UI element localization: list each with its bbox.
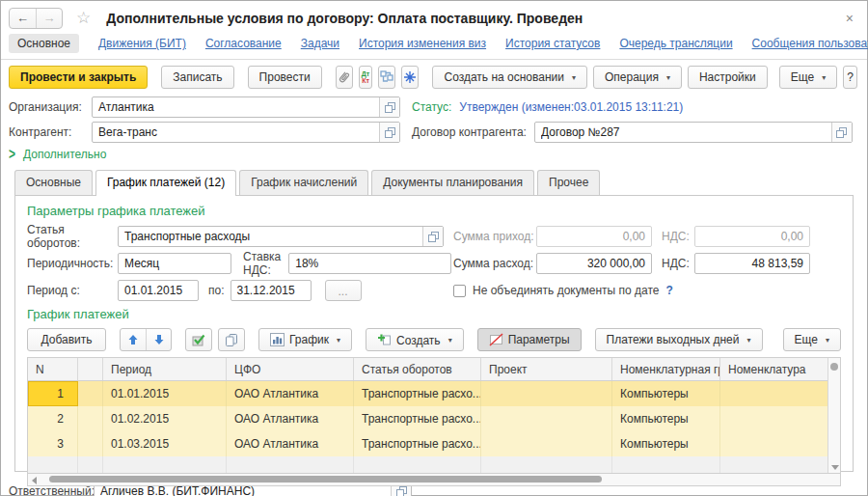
cell-marker[interactable] <box>78 406 103 431</box>
cell-n[interactable]: 2 <box>28 406 78 431</box>
cell-marker[interactable] <box>78 381 103 406</box>
settings-button[interactable]: Настройки <box>688 66 768 89</box>
tab-main[interactable]: Основные <box>14 170 93 195</box>
create-based-on-button[interactable]: Создать на основании▾ <box>432 66 587 89</box>
organization-input[interactable] <box>93 97 379 117</box>
nav-item-movements[interactable]: Движения (БИТ) <box>98 37 186 50</box>
horizontal-scrollbar[interactable] <box>27 474 841 486</box>
move-down-button[interactable] <box>146 329 171 350</box>
tab-other[interactable]: Прочее <box>537 170 600 195</box>
tab-accrual-schedule[interactable]: График начислений <box>239 170 368 195</box>
cell-period[interactable]: 01.01.2015 <box>103 381 227 406</box>
tab-planning-documents[interactable]: Документы планирования <box>371 170 534 195</box>
cell-n[interactable]: 3 <box>28 431 78 456</box>
table-row[interactable]: 1 01.01.2015 ОАО Атлантика Транспортные … <box>28 381 827 406</box>
operation-label: Операция <box>605 70 659 84</box>
cell-nomenclature[interactable] <box>720 381 827 406</box>
organization-open-button[interactable] <box>379 97 399 117</box>
horizontal-scrollbar-thumb[interactable] <box>49 476 602 482</box>
scroll-down-arrow-icon[interactable] <box>831 465 839 470</box>
nav-item-broadcast-queue[interactable]: Очередь трансляции <box>619 37 732 50</box>
write-button[interactable]: Записать <box>161 66 233 89</box>
cell-group[interactable]: Компьютеры <box>612 431 720 456</box>
cell-n[interactable]: 1 <box>28 381 78 406</box>
cell-project[interactable] <box>481 431 612 456</box>
move-up-button[interactable] <box>121 329 146 350</box>
cell-item[interactable]: Транспортные расхо... <box>354 406 481 431</box>
copy-row-button[interactable] <box>218 328 245 351</box>
more-button[interactable]: Еще▾ <box>779 66 837 89</box>
nav-item-user-messages[interactable]: Сообщения пользователей <box>752 37 868 50</box>
column-header-n[interactable]: N <box>28 358 78 380</box>
vat-rate-input[interactable] <box>289 254 450 273</box>
contract-open-button[interactable] <box>831 123 852 142</box>
cell-project[interactable] <box>481 406 612 431</box>
dt-kt-postings-button[interactable]: Дт Кт <box>359 66 373 89</box>
cell-period[interactable]: 01.02.2015 <box>103 406 227 431</box>
parameters-toggle-button[interactable]: Параметры <box>477 328 582 351</box>
nav-item-visa-history[interactable]: История изменения виз <box>359 37 486 50</box>
period-to-input[interactable] <box>231 281 311 300</box>
scroll-left-arrow-icon[interactable] <box>32 477 37 484</box>
cell-group[interactable]: Компьютеры <box>612 381 720 406</box>
nav-item-main[interactable]: Основное <box>9 34 79 53</box>
period-from-input[interactable] <box>119 281 198 300</box>
contractor-open-button[interactable] <box>379 123 399 142</box>
chart-menu-button[interactable]: График ▾ <box>258 328 352 351</box>
operation-button[interactable]: Операция▾ <box>593 66 682 89</box>
cell-cfo[interactable]: ОАО Атлантика <box>227 431 354 456</box>
column-header-project[interactable]: Проект <box>481 358 612 380</box>
period-select-button[interactable]: ... <box>325 280 362 301</box>
column-header-period[interactable]: Период <box>103 358 227 380</box>
turnover-item-open-button[interactable] <box>422 227 443 246</box>
help-question-icon[interactable]: ? <box>666 284 673 297</box>
create-menu-button[interactable]: Создать ▾ <box>366 328 464 351</box>
post-and-close-button[interactable]: Провести и закрыть <box>9 66 148 89</box>
additional-expander[interactable]: > Дополнительно <box>1 145 867 166</box>
table-row[interactable]: 3 01.03.2015 ОАО Атлантика Транспортные … <box>28 431 827 456</box>
cell-period[interactable]: 01.03.2015 <box>103 431 227 456</box>
periodicity-input[interactable] <box>119 254 231 273</box>
add-row-button[interactable]: Добавить <box>27 328 106 351</box>
cell-item[interactable]: Транспортные расхо... <box>354 381 481 406</box>
column-header-marker[interactable] <box>78 358 103 380</box>
column-header-item[interactable]: Статья оборотов <box>354 358 481 380</box>
tab-payment-schedule[interactable]: График платежей (12) <box>95 170 236 196</box>
status-value-link[interactable]: Утвержден (изменен:03.01.2015 13:11:21) <box>459 100 683 114</box>
back-button[interactable]: ← <box>10 9 36 28</box>
turnover-item-input[interactable] <box>119 227 422 246</box>
nav-item-status-history[interactable]: История статусов <box>505 37 600 50</box>
cell-cfo[interactable]: ОАО Атлантика <box>227 381 354 406</box>
favorite-star-icon[interactable]: ☆ <box>76 11 91 26</box>
cell-marker[interactable] <box>78 431 103 456</box>
document-structure-button[interactable] <box>378 66 395 89</box>
forward-button[interactable]: → <box>36 9 62 28</box>
post-schedule-button[interactable] <box>185 328 212 351</box>
expense-vat-input[interactable] <box>695 254 809 273</box>
cell-nomenclature[interactable] <box>720 431 827 456</box>
column-header-cfo[interactable]: ЦФО <box>227 358 354 380</box>
column-header-group[interactable]: Номенклатурная гру... <box>612 358 720 380</box>
cell-project[interactable] <box>481 381 612 406</box>
schedule-more-button[interactable]: Еще ▾ <box>783 328 841 351</box>
cell-group[interactable]: Компьютеры <box>612 406 720 431</box>
cell-item[interactable]: Транспортные расхо... <box>354 431 481 456</box>
table-row[interactable]: 2 01.02.2015 ОАО Атлантика Транспортные … <box>28 406 827 431</box>
attachments-button[interactable] <box>336 66 353 89</box>
contract-input[interactable] <box>535 123 831 142</box>
merge-docs-checkbox[interactable] <box>453 285 466 297</box>
nav-item-approval[interactable]: Согласование <box>205 37 282 50</box>
column-header-nomenclature[interactable]: Номенклатура <box>720 358 827 380</box>
contractor-input[interactable] <box>93 123 379 142</box>
vertical-scrollbar-thumb[interactable] <box>830 363 838 371</box>
cell-cfo[interactable]: ОАО Атлантика <box>227 406 354 431</box>
post-button[interactable]: Провести <box>248 66 322 89</box>
vertical-scrollbar[interactable] <box>827 358 840 473</box>
highlight-button[interactable] <box>401 66 419 89</box>
nav-item-tasks[interactable]: Задачи <box>301 37 339 50</box>
help-button[interactable]: ? <box>843 66 857 89</box>
weekend-payments-button[interactable]: Платежи выходных дней ▾ <box>595 328 763 351</box>
cell-nomenclature[interactable] <box>720 406 827 431</box>
expense-sum-input[interactable] <box>537 254 651 273</box>
close-icon[interactable]: × <box>842 11 857 26</box>
